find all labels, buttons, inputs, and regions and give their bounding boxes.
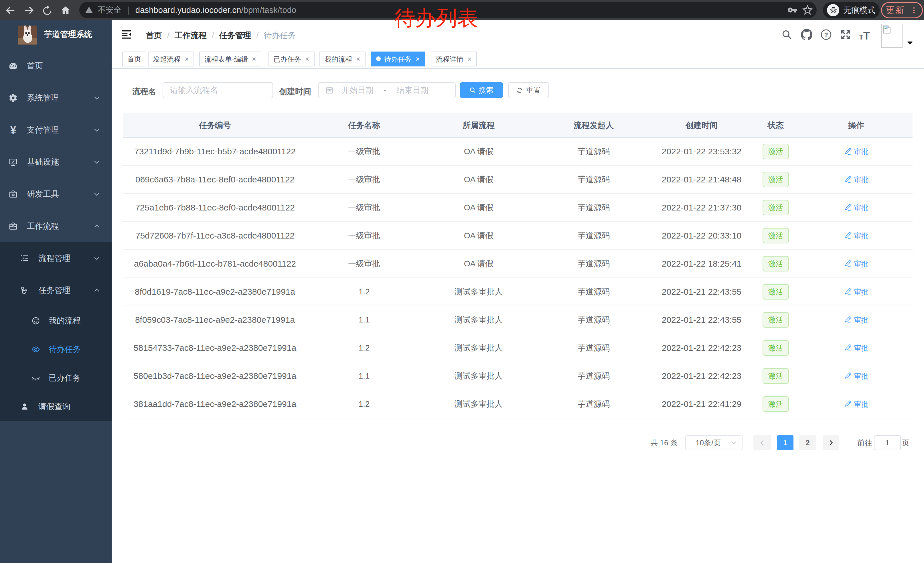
svg-text:?: ? — [824, 31, 828, 38]
